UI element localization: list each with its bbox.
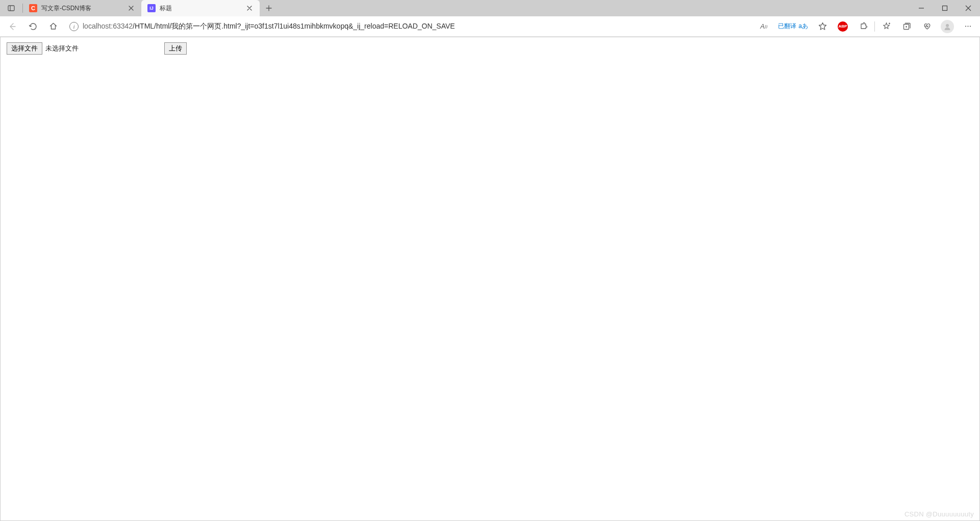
browser-toolbar: i localhost:63342/HTML/html/我的第一个网页.html… <box>0 16 980 37</box>
page-body: 选择文件 未选择文件 上传 <box>1 37 979 60</box>
tab-close-button[interactable] <box>127 4 135 12</box>
tab-csdn[interactable]: C 写文章-CSDN博客 <box>23 0 141 16</box>
watermark: CSDN @Duuuuuuuuty <box>904 510 974 518</box>
abp-button[interactable]: ABP <box>834 18 852 35</box>
read-aloud-button[interactable]: A)) <box>755 18 773 35</box>
favicon-intellij-icon: IJ <box>147 4 156 12</box>
star-plus-icon <box>882 22 891 31</box>
tab-actions-button[interactable] <box>0 0 22 16</box>
puzzle-icon <box>859 22 868 31</box>
window-close-button[interactable] <box>957 0 980 16</box>
url-text: localhost:63342/HTML/html/我的第一个网页.html?_… <box>83 22 455 31</box>
arrow-left-icon <box>8 22 17 31</box>
favorite-button[interactable] <box>813 18 832 35</box>
svg-point-10 <box>969 26 970 27</box>
abp-icon: ABP <box>838 21 848 32</box>
more-icon <box>964 22 972 31</box>
tab-title: 写文章-CSDN博客 <box>41 4 91 13</box>
tab-actions-icon <box>7 4 15 12</box>
url-path: /HTML/html/我的第一个网页.html?_ijt=o3f1st7l1ui… <box>133 22 455 30</box>
svg-point-7 <box>946 24 949 27</box>
close-icon <box>129 6 134 11</box>
new-tab-button[interactable] <box>260 0 278 16</box>
translate-label: 已翻译 <box>778 22 796 31</box>
refresh-icon <box>29 22 37 31</box>
favorites-bar-button[interactable] <box>877 18 895 35</box>
close-icon <box>247 6 252 11</box>
home-icon <box>49 22 58 31</box>
collections-icon <box>902 22 911 31</box>
avatar-icon <box>941 20 954 33</box>
home-button[interactable] <box>44 18 62 35</box>
tab-current[interactable]: IJ 标题 <box>141 0 260 16</box>
back-button[interactable] <box>3 18 21 35</box>
svg-rect-3 <box>943 6 947 11</box>
url-port: :63342 <box>111 22 133 30</box>
extensions-button[interactable] <box>854 18 872 35</box>
url-host: localhost <box>83 22 111 30</box>
close-icon <box>965 5 971 11</box>
upload-button[interactable]: 上传 <box>164 42 187 55</box>
maximize-icon <box>942 5 948 11</box>
window-controls <box>910 0 980 16</box>
toolbar-separator <box>874 21 875 32</box>
translate-badge[interactable]: 已翻译 aあ <box>775 22 811 31</box>
toolbar-right: A)) 已翻译 aあ ABP <box>755 18 977 35</box>
star-icon <box>818 22 827 31</box>
tab-close-button[interactable] <box>245 4 254 12</box>
file-status-label: 未选择文件 <box>45 44 79 53</box>
page-viewport: 选择文件 未选择文件 上传 <box>0 37 980 521</box>
address-bar[interactable]: i localhost:63342/HTML/html/我的第一个网页.html… <box>64 19 749 34</box>
svg-point-8 <box>965 26 966 27</box>
choose-file-button[interactable]: 选择文件 <box>7 42 42 55</box>
profile-button[interactable] <box>938 18 957 35</box>
minimize-icon <box>918 5 924 11</box>
more-button[interactable] <box>959 18 977 35</box>
heartbeat-icon <box>923 22 932 31</box>
window-maximize-button[interactable] <box>933 0 957 16</box>
svg-point-9 <box>967 26 968 27</box>
site-info-icon[interactable]: i <box>69 22 79 31</box>
window-minimize-button[interactable] <box>910 0 933 16</box>
browser-titlebar: C 写文章-CSDN博客 IJ 标题 <box>0 0 980 16</box>
tab-title: 标题 <box>160 4 172 13</box>
performance-button[interactable] <box>918 18 936 35</box>
favicon-csdn-icon: C <box>29 4 37 12</box>
translate-glyph-icon: aあ <box>798 22 808 31</box>
svg-rect-0 <box>8 6 14 11</box>
plus-icon <box>266 5 272 11</box>
collections-button[interactable] <box>897 18 916 35</box>
refresh-button[interactable] <box>23 18 42 35</box>
